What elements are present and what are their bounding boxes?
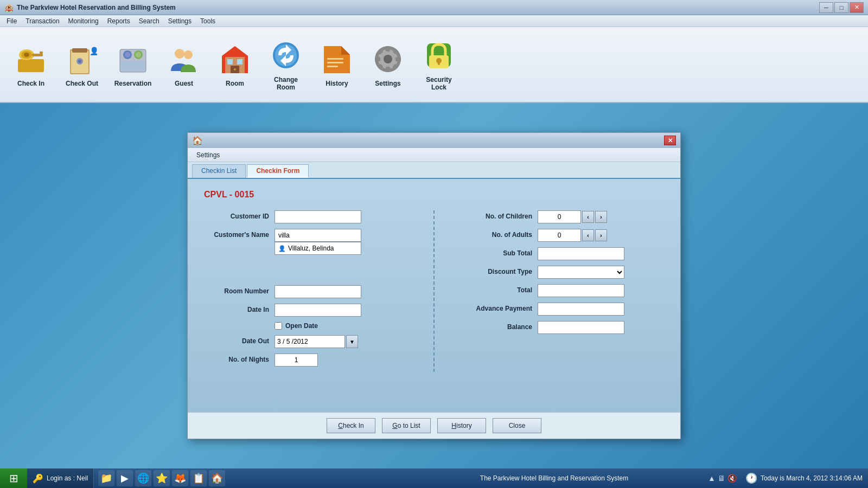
nights-row: No. of Nights — [204, 354, 401, 367]
toolbar-checkin-button[interactable]: Check In — [7, 32, 55, 97]
date-in-label: Date In — [204, 304, 275, 313]
total-input[interactable] — [538, 284, 624, 297]
children-increment-button[interactable]: › — [595, 211, 607, 223]
app-icon: 🏨 — [4, 3, 14, 12]
customer-id-label: Customer ID — [204, 210, 275, 220]
nights-input[interactable] — [275, 354, 318, 367]
children-input[interactable] — [538, 210, 581, 223]
room-label: Room — [226, 80, 244, 87]
login-text: Login as : Neil — [47, 474, 88, 482]
svg-rect-23 — [227, 59, 233, 65]
toolbar-securitylock-button[interactable]: Security Lock — [414, 32, 463, 97]
svg-point-17 — [136, 52, 141, 57]
dialog-title-bar: 🏠 ✕ — [188, 133, 680, 148]
guest-icon — [167, 42, 201, 76]
toolbar: Check In 👤 Check Out — [0, 27, 868, 103]
clock-icon: 🕐 — [745, 472, 757, 484]
toolbar-reservation-button[interactable]: Reservation — [108, 32, 157, 97]
menu-monitoring[interactable]: Monitoring — [64, 16, 103, 26]
menu-settings[interactable]: Settings — [164, 16, 196, 26]
tab-checkin-list[interactable]: Checkin List — [192, 164, 246, 178]
room-number-input[interactable] — [275, 285, 361, 298]
date-out-input[interactable] — [275, 335, 345, 348]
person-icon: 👤 — [278, 245, 286, 252]
toolbar-settings-button[interactable]: Settings — [363, 32, 412, 97]
settings-icon — [371, 42, 405, 76]
taskbar-folder-icon[interactable]: 📁 — [98, 470, 114, 486]
menu-transaction[interactable]: Transaction — [21, 16, 63, 26]
securitylock-icon — [422, 38, 456, 73]
date-out-dropdown-button[interactable]: ▼ — [346, 335, 358, 348]
taskbar-globe-icon[interactable]: 🌐 — [135, 470, 151, 486]
open-date-label: Open Date — [285, 322, 318, 330]
svg-point-3 — [24, 53, 29, 57]
checkin-icon — [14, 42, 48, 76]
form-left-column: Customer ID Customer's Name 👤 Villaluz, … — [204, 210, 401, 372]
menu-search[interactable]: Search — [135, 16, 164, 26]
dialog-close-button[interactable]: ✕ — [664, 136, 676, 145]
autocomplete-item-villaluz[interactable]: 👤 Villaluz, Belinda — [275, 242, 361, 254]
discount-label: Discount Type — [467, 266, 538, 275]
settings-dialog: 🏠 ✕ Settings Checkin List Checkin Form C… — [187, 132, 681, 439]
advance-payment-input[interactable] — [538, 303, 624, 316]
history-action-button[interactable]: History — [437, 418, 486, 433]
subtotal-row: Sub Total — [467, 247, 664, 260]
menu-reports[interactable]: Reports — [103, 16, 135, 26]
date-in-input[interactable] — [275, 304, 361, 317]
adults-increment-button[interactable]: › — [595, 229, 607, 241]
center-status: The Parkview Hotel Billing and Reservati… — [404, 474, 705, 482]
adults-input[interactable] — [538, 229, 581, 242]
svg-point-10 — [78, 60, 81, 63]
taskbar-note-icon[interactable]: 📋 — [190, 470, 207, 486]
room-number-label: Room Number — [204, 285, 275, 295]
title-bar: 🏨 The Parkview Hotel Reservation and Bil… — [0, 0, 868, 15]
settings-label: Settings — [375, 80, 400, 87]
subtotal-label: Sub Total — [467, 247, 538, 257]
svg-rect-32 — [327, 62, 343, 63]
go-to-list-button[interactable]: Go to List — [382, 418, 431, 433]
svg-rect-31 — [327, 58, 343, 60]
customer-name-input[interactable] — [275, 229, 361, 242]
taskbar-fox-icon[interactable]: 🦊 — [172, 470, 188, 486]
taskbar-play-icon[interactable]: ▶ — [117, 470, 133, 486]
date-out-wrapper: ▼ — [275, 335, 358, 348]
close-action-button[interactable]: Close — [493, 418, 541, 433]
minimize-button[interactable]: ─ — [819, 2, 833, 13]
dialog-settings-menu[interactable]: Settings — [192, 150, 224, 160]
dialog-home-icon: 🏠 — [192, 136, 203, 146]
date-in-row: Date In — [204, 304, 401, 317]
toolbar-history-button[interactable]: History — [312, 32, 361, 97]
taskbar-home-icon[interactable]: 🏠 — [209, 470, 225, 486]
open-date-checkbox[interactable] — [275, 322, 282, 330]
changeroom-icon — [269, 38, 303, 73]
svg-rect-4 — [32, 54, 43, 56]
button-row: Check In Go to List History Close — [188, 412, 680, 439]
menu-file[interactable]: File — [2, 16, 21, 26]
start-button[interactable]: ⊞ — [0, 468, 27, 488]
svg-point-20 — [184, 50, 193, 59]
svg-marker-30 — [341, 46, 350, 55]
close-window-button[interactable]: ✕ — [850, 2, 864, 13]
toolbar-guest-button[interactable]: Guest — [159, 32, 208, 97]
advance-payment-row: Advance Payment — [467, 303, 664, 316]
checkin-action-button[interactable]: Check In — [327, 418, 375, 433]
changeroom-label: Change Room — [265, 76, 307, 91]
toolbar-room-button[interactable]: Room — [210, 32, 259, 97]
menu-tools[interactable]: Tools — [196, 16, 220, 26]
svg-point-26 — [234, 68, 236, 70]
children-spinner: ‹ › — [538, 210, 607, 223]
maximize-button[interactable]: □ — [834, 2, 848, 13]
adults-row: No. of Adults ‹ › — [467, 229, 664, 242]
taskbar: ⊞ 🔑 Login as : Neil 📁 ▶ 🌐 ⭐ 🦊 📋 🏠 The Pa… — [0, 468, 868, 488]
children-decrement-button[interactable]: ‹ — [582, 211, 594, 223]
taskbar-star-icon[interactable]: ⭐ — [154, 470, 170, 486]
balance-input[interactable] — [538, 321, 624, 334]
toolbar-changeroom-button[interactable]: Change Room — [261, 32, 310, 97]
discount-select[interactable] — [538, 266, 624, 279]
form-separator — [433, 210, 435, 372]
customer-id-input[interactable] — [275, 210, 361, 223]
tab-checkin-form[interactable]: Checkin Form — [247, 164, 309, 178]
adults-decrement-button[interactable]: ‹ — [582, 229, 594, 241]
subtotal-input[interactable] — [538, 247, 624, 260]
toolbar-checkout-button[interactable]: 👤 Check Out — [58, 32, 106, 97]
